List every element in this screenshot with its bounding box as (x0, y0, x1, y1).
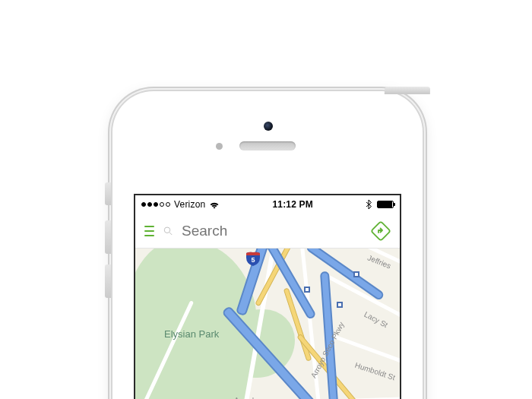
mute-switch (105, 182, 111, 205)
menu-icon[interactable] (144, 226, 154, 236)
proximity-sensor (216, 143, 223, 150)
phone-screen: Verizon 11:12 PM (134, 194, 401, 399)
road-label: Lacy St (363, 310, 389, 329)
power-button (385, 87, 430, 94)
battery-icon (377, 201, 394, 208)
interchange-node (304, 287, 310, 293)
device-sensors (112, 122, 423, 150)
carrier-label: Verizon (174, 199, 205, 210)
road-label: Humboldt St (354, 361, 397, 382)
wifi-icon (209, 201, 220, 209)
svg-text:5: 5 (251, 256, 255, 264)
front-camera (264, 122, 273, 131)
earpiece-speaker (239, 141, 296, 150)
directions-icon[interactable] (371, 221, 391, 241)
app-header (135, 214, 400, 249)
volume-up-button (105, 220, 111, 254)
status-bar: Verizon 11:12 PM (135, 195, 400, 214)
interchange-node (353, 271, 359, 277)
clock: 11:12 PM (220, 199, 366, 210)
svg-line-1 (169, 232, 172, 234)
interchange-node (337, 302, 343, 308)
interstate-shield-icon: 5 (245, 250, 261, 267)
map-viewport[interactable]: 5 Elysian Park Jeffries Lacy St Humboldt… (135, 249, 400, 399)
bluetooth-icon (366, 200, 372, 209)
search-input[interactable] (182, 223, 362, 239)
svg-point-0 (164, 227, 170, 233)
search-icon[interactable] (163, 223, 173, 239)
signal-strength-icon (141, 202, 170, 207)
volume-down-button (105, 264, 111, 298)
phone-device-frame: Verizon 11:12 PM (112, 91, 423, 399)
park-label: Elysian Park (164, 328, 219, 340)
